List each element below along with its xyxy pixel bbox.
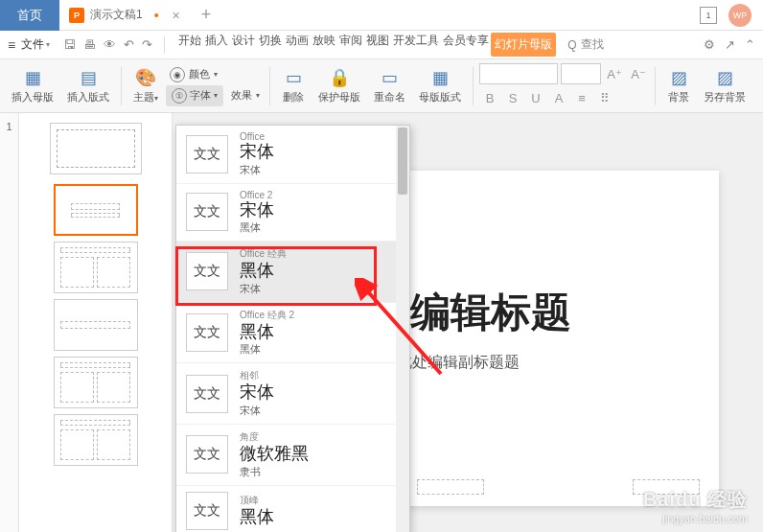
- font-sample-icon: 文文: [186, 435, 228, 474]
- new-tab-button[interactable]: +: [190, 5, 223, 25]
- font-sample-icon: 文文: [186, 135, 228, 173]
- layout-thumbnail[interactable]: [54, 299, 138, 351]
- font-scheme-dropdown[interactable]: ① 字体▾: [166, 85, 223, 106]
- layout-thumbnail[interactable]: [54, 357, 138, 408]
- layout-thumbnail[interactable]: [54, 242, 138, 293]
- ribbon-toolbar: ▦ 插入母版 ▤ 插入版式 🎨 主题▾ ◉ 颜色▾ ① 字体▾ 效果▾ ▭ 删除…: [0, 59, 763, 113]
- insert-master-icon: ▦: [21, 67, 44, 88]
- window-count-icon[interactable]: 1: [700, 7, 717, 24]
- color-icon: ◉: [170, 67, 185, 82]
- preview-icon[interactable]: 👁: [104, 37, 116, 52]
- font-scheme-item[interactable]: 文文 顶峰 黑体: [176, 486, 409, 532]
- file-menu[interactable]: 文件▾: [21, 36, 50, 53]
- document-tab[interactable]: P 演示文稿1 • ×: [59, 0, 190, 31]
- tab-slide-master[interactable]: 幻灯片母版: [491, 33, 556, 57]
- palette-icon: 🎨: [134, 67, 157, 88]
- insert-layout-icon: ▤: [77, 67, 100, 88]
- title-bar: 首页 P 演示文稿1 • × + 1 WP: [0, 0, 763, 31]
- watermark: Baidu 经验 jingyan.baidu.com: [643, 487, 748, 524]
- insert-layout-button[interactable]: ▤ 插入版式: [61, 65, 115, 106]
- tab-animation[interactable]: 动画: [284, 33, 311, 57]
- hamburger-icon[interactable]: ≡: [8, 37, 15, 53]
- search-icon: Q: [567, 38, 576, 52]
- tab-devtools[interactable]: 开发工具: [391, 33, 441, 57]
- effect-dropdown[interactable]: 效果▾: [227, 85, 264, 106]
- font-scheme-item[interactable]: 文文 Office 经典 2 黑体 黑体: [176, 303, 409, 364]
- print-icon[interactable]: 🖶: [83, 37, 96, 52]
- ribbon-tabs: 开始 插入 设计 切换 动画 放映 审阅 视图 开发工具 会员专享 幻灯片母版: [176, 33, 556, 57]
- menu-bar: ≡ 文件▾ 🖫 🖶 👁 ↶ ↷ 开始 插入 设计 切换 动画 放映 审阅 视图 …: [0, 31, 763, 59]
- document-name: 演示文稿1: [90, 7, 143, 23]
- bullets-button[interactable]: ≡: [571, 87, 592, 108]
- rename-button[interactable]: ▭ 重命名: [368, 65, 411, 106]
- strikethrough-button[interactable]: S: [502, 87, 523, 108]
- insert-master-button[interactable]: ▦ 插入母版: [6, 65, 59, 106]
- font-size-combo[interactable]: [561, 63, 601, 84]
- font-sample-icon: 文文: [186, 375, 228, 413]
- font-sample-icon: 文文: [186, 492, 228, 530]
- master-thumbnail[interactable]: [50, 123, 142, 174]
- layout-icon: ▦: [428, 67, 451, 88]
- thumbnail-pane: [19, 113, 173, 532]
- bold-button[interactable]: B: [479, 87, 500, 108]
- save-icon[interactable]: 🖫: [63, 37, 76, 52]
- font-family-combo[interactable]: [479, 63, 558, 84]
- search-button[interactable]: Q 查找: [567, 36, 603, 53]
- tab-view[interactable]: 视图: [364, 33, 391, 57]
- rename-icon: ▭: [379, 67, 402, 88]
- font-scheme-item[interactable]: 文文 Office 经典 黑体 宋体: [176, 242, 409, 303]
- tab-insert[interactable]: 插入: [203, 33, 230, 57]
- layout-thumbnail[interactable]: [54, 184, 138, 236]
- font-scheme-item[interactable]: 文文 Office 宋体 宋体: [176, 126, 409, 184]
- background-icon: ▨: [667, 67, 690, 88]
- protect-master-button: 🔒 保护母版: [312, 65, 366, 106]
- redo-icon[interactable]: ↷: [142, 37, 152, 52]
- delete-icon: ▭: [282, 67, 305, 88]
- color-dropdown[interactable]: ◉ 颜色▾: [166, 66, 264, 83]
- dirty-indicator: •: [154, 8, 159, 23]
- save-background-button[interactable]: ▨ 另存背景: [698, 65, 751, 106]
- font-scheme-panel: 文文 Office 宋体 宋体 文文 Office 2 宋体 黑体 文文 Off…: [175, 125, 410, 532]
- scrollbar-thumb[interactable]: [398, 127, 407, 195]
- font-sample-icon: 文文: [186, 252, 228, 290]
- theme-dropdown[interactable]: 🎨 主题▾: [127, 65, 164, 106]
- undo-icon[interactable]: ↶: [124, 37, 134, 52]
- delete-button: ▭ 删除: [276, 65, 311, 106]
- font-scheme-item[interactable]: 文文 角度 微软雅黑 隶书: [176, 425, 409, 486]
- save-bg-icon: ▨: [713, 67, 736, 88]
- underline-button[interactable]: U: [525, 87, 546, 108]
- outline-pane: 1: [0, 113, 19, 532]
- font-scheme-item[interactable]: 文文 相邻 宋体 宋体: [176, 363, 409, 425]
- tab-vip[interactable]: 会员专享: [441, 33, 491, 57]
- decrease-font-icon[interactable]: A⁻: [628, 63, 649, 84]
- increase-font-icon[interactable]: A⁺: [604, 63, 625, 84]
- background-button[interactable]: ▨ 背景: [661, 65, 696, 106]
- font-scheme-item[interactable]: 文文 Office 2 宋体 黑体: [176, 184, 409, 243]
- close-tab-icon[interactable]: ×: [173, 8, 180, 23]
- tab-review[interactable]: 审阅: [337, 33, 364, 57]
- footer-placeholder[interactable]: [417, 479, 484, 495]
- master-layout-button: ▦ 母版版式: [413, 65, 467, 106]
- numbering-button[interactable]: ⠿: [594, 87, 615, 108]
- user-avatar[interactable]: WP: [728, 4, 751, 27]
- home-tab[interactable]: 首页: [0, 0, 59, 31]
- tab-design[interactable]: 设计: [230, 33, 257, 57]
- presentation-icon: P: [69, 8, 84, 23]
- layout-thumbnail[interactable]: [54, 414, 138, 466]
- tab-start[interactable]: 开始: [176, 33, 203, 57]
- tab-slideshow[interactable]: 放映: [311, 33, 337, 57]
- settings-icon[interactable]: ⚙: [704, 37, 715, 52]
- font-color-button[interactable]: A: [548, 87, 569, 108]
- collapse-icon[interactable]: ⌃: [745, 37, 755, 52]
- tab-transition[interactable]: 切换: [257, 33, 284, 57]
- lock-icon: 🔒: [328, 67, 351, 88]
- slide-number: 1: [0, 121, 18, 132]
- search-label: 查找: [581, 36, 604, 53]
- scrollbar[interactable]: [396, 126, 409, 532]
- font-scheme-icon: ①: [172, 88, 187, 104]
- font-sample-icon: 文文: [186, 313, 228, 352]
- font-sample-icon: 文文: [186, 193, 228, 231]
- share-icon[interactable]: ↗: [725, 37, 735, 52]
